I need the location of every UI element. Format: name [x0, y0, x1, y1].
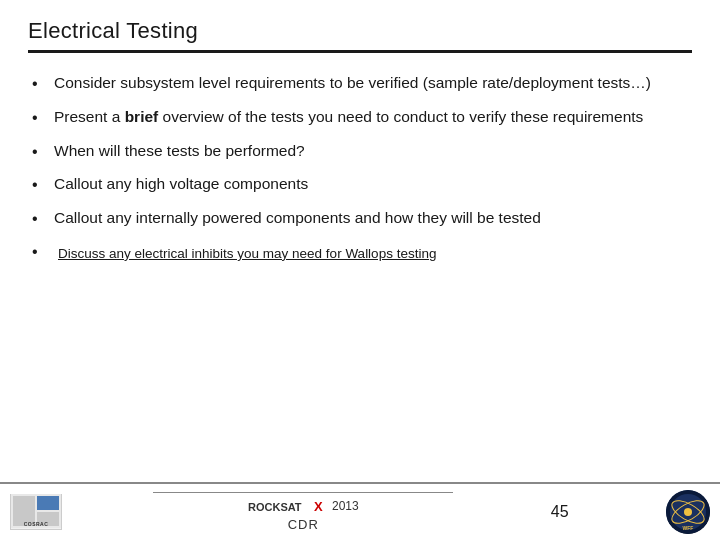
- bullet-icon: •: [32, 105, 54, 131]
- wff-logo: WFF: [666, 490, 710, 534]
- list-item: • Present a brief overview of the tests …: [28, 105, 692, 131]
- footer-center: ROCKSAT X 2013 CDR: [153, 492, 453, 532]
- bullet-icon: •: [32, 71, 54, 97]
- bullet-icon: •: [32, 172, 54, 198]
- svg-text:COSRAC: COSRAC: [24, 521, 49, 527]
- bullet-text-2: Present a brief overview of the tests yo…: [54, 105, 692, 129]
- cosrac-logo-inner: COSRAC: [11, 494, 61, 530]
- page-number: 45: [545, 503, 575, 521]
- svg-text:ROCKSAT: ROCKSAT: [248, 501, 302, 513]
- slide-title: Electrical Testing: [28, 18, 692, 44]
- bullet-text-3: When will these tests be performed?: [54, 139, 692, 163]
- year-label: 2013: [332, 499, 359, 513]
- bullet-text-1: Consider subsystem level requirements to…: [54, 71, 692, 95]
- bullet-list: • Consider subsystem level requirements …: [28, 71, 692, 232]
- bold-text: brief: [125, 108, 159, 125]
- bullet-text-4: Callout any high voltage components: [54, 172, 692, 196]
- footer: COSRAC ROCKSAT X 2013 CDR 45: [0, 482, 720, 540]
- svg-text:X: X: [314, 499, 323, 514]
- bullet-icon: •: [32, 206, 54, 232]
- cosrac-logo: COSRAC: [10, 494, 62, 530]
- slide-content: • Consider subsystem level requirements …: [28, 71, 692, 265]
- rocksat-logo: ROCKSAT X 2013: [248, 497, 359, 515]
- underline-bullet-item: • Discuss any electrical inhibits you ma…: [28, 240, 692, 265]
- list-item: • Callout any internally powered compone…: [28, 206, 692, 232]
- bullet-icon: •: [32, 240, 54, 265]
- bullet-text-5: Callout any internally powered component…: [54, 206, 692, 230]
- title-section: Electrical Testing: [28, 18, 692, 53]
- bullet-icon: •: [32, 139, 54, 165]
- svg-text:WFF: WFF: [683, 525, 694, 531]
- list-item: • When will these tests be performed?: [28, 139, 692, 165]
- cdr-label: CDR: [288, 517, 319, 532]
- footer-left: COSRAC: [10, 494, 62, 530]
- footer-divider-line: [153, 492, 453, 493]
- underline-bullet-text: Discuss any electrical inhibits you may …: [54, 244, 436, 265]
- list-item: • Callout any high voltage components: [28, 172, 692, 198]
- footer-right: WFF: [666, 490, 710, 534]
- svg-rect-2: [37, 496, 59, 510]
- svg-point-11: [684, 508, 692, 516]
- list-item: • Consider subsystem level requirements …: [28, 71, 692, 97]
- slide: Electrical Testing • Consider subsystem …: [0, 0, 720, 540]
